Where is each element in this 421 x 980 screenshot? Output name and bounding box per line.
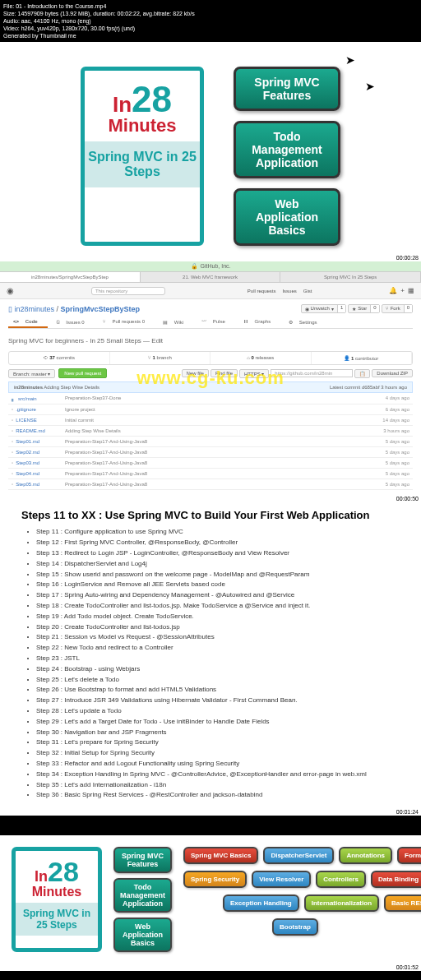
copy-icon[interactable]: 📋: [354, 369, 370, 378]
repo-name: ▯ in28minutes / SpringMvcStepByStep: [8, 305, 140, 313]
meta-size: Size: 14597909 bytes (13.92 MiB), durati…: [3, 10, 418, 17]
list-item: Step 21 : Session vs Model vs Request - …: [36, 633, 400, 642]
stat-commits[interactable]: ⏲ 37 commits: [9, 352, 110, 364]
list-item: Step 26 : Use Bootstrap to format and ad…: [36, 686, 400, 695]
repo-title[interactable]: SpringMvcStepByStep: [61, 305, 141, 313]
meta-file: File: 01 - Introduction to the Course.mp…: [3, 2, 418, 10]
plus-icon[interactable]: +: [400, 287, 405, 294]
clone-url-input[interactable]: https://github.com/in28min: [271, 369, 353, 377]
list-item: Step 27 : Introduce JSR 349 Validations …: [36, 696, 400, 705]
chip-view-resolver: View Resolver: [252, 871, 311, 888]
timestamp: 00:00:28: [0, 254, 421, 261]
repo-search-input[interactable]: This repository: [91, 287, 165, 295]
star-button[interactable]: ★ Star0: [348, 304, 379, 313]
logo-minutes: Minutes: [16, 885, 98, 899]
branch-selector[interactable]: Branch: master ▾: [8, 369, 55, 378]
tab-pulse[interactable]: 〰 Pulse: [197, 317, 235, 328]
repo-nav: <> Code ① Issues 0 ⑂ Pull requests 0 ▤ W…: [8, 317, 413, 329]
tab-graphs[interactable]: ⫼ Graphs: [238, 317, 280, 328]
browser-tab[interactable]: 21. Web MVC framework: [141, 272, 281, 282]
list-item: Step 14 : DispatcherServlet and Log4j: [36, 560, 400, 569]
tab-settings[interactable]: ⚙ Settings: [284, 317, 326, 328]
https-select[interactable]: HTTPS ▾: [239, 369, 269, 378]
logo-top: In28 Minutes: [16, 851, 98, 903]
list-item: Step 20 : Create TodoController and list…: [36, 623, 400, 632]
file-icon: ▫: [12, 407, 13, 412]
avatar[interactable]: ▦: [408, 287, 414, 294]
mindmap-leftcol: Spring MVC Features Todo Management Appl…: [113, 847, 172, 952]
file-icon: ▫: [12, 460, 13, 465]
list-item: Step 36 : Basic Spring Rest Services - @…: [36, 791, 400, 800]
unwatch-button[interactable]: ◉ Unwatch ▾1: [301, 304, 347, 313]
list-item: Step 15 : Show userid and password on th…: [36, 571, 400, 580]
lock-icon: 🔒: [191, 263, 198, 269]
nav-gist[interactable]: Gist: [303, 289, 312, 294]
table-row[interactable]: ▫Step03.mdPreparation-Step17-And-Using-J…: [8, 458, 413, 469]
list-item: Step 24 : Bootstrap - using Webjars: [36, 665, 400, 674]
repo-icon: ▯: [8, 305, 12, 313]
tab-wiki[interactable]: ▤ Wiki: [158, 317, 193, 328]
chip-security: Spring Security: [183, 871, 247, 888]
browser-urlbar[interactable]: 🔒GitHub, Inc.: [0, 261, 421, 272]
list-item: Step 30 : Navigation bar and JSP Fragmen…: [36, 728, 400, 737]
new-file-button[interactable]: New file: [182, 369, 209, 377]
feature-web-basics: Web Application Basics: [234, 188, 340, 246]
meta-gen: Generated by Thumbnail me: [3, 32, 418, 39]
table-row[interactable]: ▫Step01.mdPreparation-Step17-And-Using-J…: [8, 437, 413, 447]
chip-spring-basics: Spring MVC Basics: [183, 847, 258, 864]
list-item: Step 19 : Add Todo model object. Create …: [36, 612, 400, 622]
slide-intro: ➤ ➤ In28 Minutes Spring MVC in 25 Steps …: [0, 42, 421, 254]
download-zip-button[interactable]: Download ZIP: [372, 369, 413, 377]
list-item: Step 23 : JSTL: [36, 654, 400, 663]
cursor-icon: ➤: [365, 80, 375, 93]
table-row[interactable]: ▫.gitignoreIgnore project6 days ago: [8, 404, 413, 415]
nav-pullrequests[interactable]: Pull requests: [248, 289, 276, 294]
list-item: Step 22 : New Todo and redirect to a Con…: [36, 644, 400, 653]
folder-icon: ▖: [12, 396, 16, 401]
list-item: Step 12 : First Spring MVC Controller, @…: [36, 539, 400, 548]
table-row[interactable]: ▫Step02.mdPreparation-Step17-And-Using-J…: [8, 447, 413, 458]
url-host: GitHub, Inc.: [201, 263, 231, 269]
stat-contributors[interactable]: 👤 1 contributor: [312, 352, 413, 364]
timestamp: 00:01:24: [0, 808, 421, 816]
notif-icon[interactable]: 🔔: [389, 287, 397, 294]
new-pr-button[interactable]: New pull request: [58, 368, 107, 378]
tab-pr[interactable]: ⑂ Pull requests 0: [98, 317, 155, 328]
table-row[interactable]: ▫Step04.mdPreparation-Step17-And-Using-J…: [8, 469, 413, 479]
divider: [0, 816, 421, 835]
tab-code[interactable]: <> Code: [8, 317, 48, 328]
list-item: Step 13 : Redirect to Login JSP - LoginC…: [36, 549, 400, 558]
github-logo-icon[interactable]: ◉: [7, 286, 14, 295]
commit-hash[interactable]: Latest commit d685abf 3 hours ago: [330, 385, 407, 390]
repo-body: ▯ in28minutes / SpringMvcStepByStep ◉ Un…: [0, 299, 421, 495]
chip-dispatcher: DispatcherServlet: [263, 847, 334, 864]
list-item: Step 35 : Let's add Internationalization…: [36, 781, 400, 790]
nav-issues[interactable]: Issues: [282, 289, 296, 294]
feature-column: Spring MVC Features Todo Management Appl…: [234, 67, 340, 246]
stat-branches[interactable]: ⑂ 1 branch: [110, 352, 211, 364]
find-file-button[interactable]: Find file: [210, 369, 238, 377]
chip-rest: Basic REST: [384, 894, 421, 912]
browser-tab[interactable]: in28minutes/SpringMvcStepByStep: [0, 272, 141, 282]
file-icon: ▫: [12, 418, 13, 423]
table-row[interactable]: ▫Step05.mdPreparation-Step17-And-Using-J…: [8, 479, 413, 490]
tab-issues[interactable]: ① Issues 0: [51, 317, 95, 328]
repo-stats: ⏲ 37 commits ⑂ 1 branch ⌂ 0 releases 👤 1…: [8, 351, 413, 365]
fork-button[interactable]: ⑂ Fork0: [382, 304, 413, 313]
repo-header: ▯ in28minutes / SpringMvcStepByStep ◉ Un…: [8, 304, 413, 313]
table-row[interactable]: ▫README.mdAdding Step Wise Details3 hour…: [8, 426, 413, 437]
logo-box: In28 Minutes Spring MVC in 25 Steps: [81, 67, 204, 246]
timestamp: 00:01:52: [0, 964, 421, 971]
stat-releases[interactable]: ⌂ 0 releases: [210, 352, 312, 364]
repo-description: Spring MVC for beginners - In 25 Small S…: [8, 334, 413, 348]
repo-owner[interactable]: in28minutes: [15, 305, 55, 313]
commit-msg[interactable]: in28minutes Adding Step Wise Details: [14, 385, 99, 390]
file-toolbar: Branch: master ▾ New pull request New fi…: [8, 368, 413, 378]
table-row[interactable]: ▫LICENSEInitial commit14 days ago: [8, 415, 413, 426]
chip-binding: Data Binding: [371, 871, 421, 888]
logo-28: 28: [48, 856, 79, 887]
cursor-icon: ➤: [345, 53, 355, 67]
map-row: Spring MVC Basics DispatcherServlet Anno…: [183, 847, 421, 864]
table-row[interactable]: ▖src/mainPreparation-Step37-Done4 days a…: [8, 393, 413, 404]
browser-tab[interactable]: Spring MVC In 25 Steps: [280, 272, 421, 282]
